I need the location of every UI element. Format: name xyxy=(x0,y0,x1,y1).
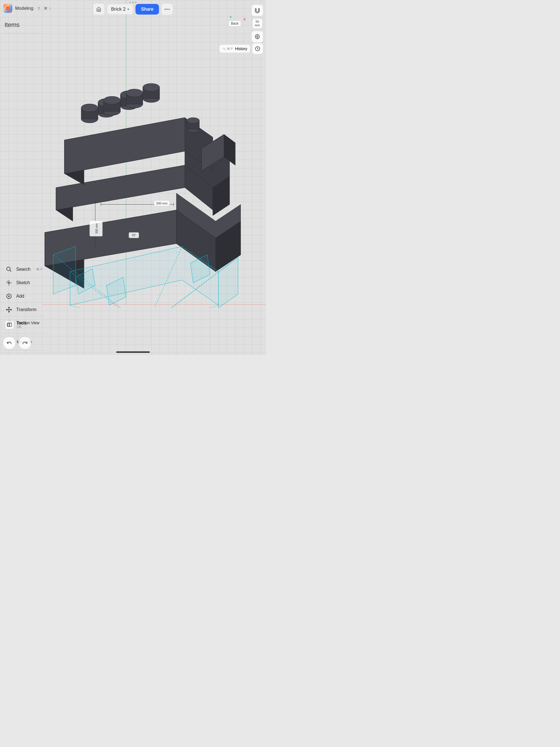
svg-rect-87 xyxy=(7,323,10,327)
redo-button[interactable] xyxy=(19,337,31,350)
project-name-label: Brick 2 xyxy=(111,6,126,12)
history-button[interactable]: ⌥ ⌘ P History xyxy=(219,45,250,53)
search-shortcut: ⌘ F xyxy=(36,267,43,271)
zoom-display: 50 mm xyxy=(252,19,262,29)
sketch-tool[interactable]: Sketch xyxy=(3,276,45,289)
project-name-button[interactable]: Brick 2 ▾ xyxy=(107,4,133,15)
view-cube[interactable]: X Y Back xyxy=(227,16,250,38)
svg-text:70°: 70° xyxy=(132,234,136,237)
section-view-tool[interactable]: Section View Off xyxy=(3,318,45,332)
zoom-value: 50 xyxy=(255,20,260,24)
items-label: Items xyxy=(3,20,42,31)
svg-text:500 mm: 500 mm xyxy=(156,202,168,205)
svg-point-68 xyxy=(257,36,258,37)
svg-point-22 xyxy=(143,83,160,91)
sketch-icon xyxy=(5,279,13,287)
secondary-divider-top xyxy=(3,316,45,316)
svg-line-73 xyxy=(10,270,11,272)
camera-button[interactable] xyxy=(251,31,263,43)
app-icon[interactable] xyxy=(3,4,12,13)
section-view-icon xyxy=(5,320,14,329)
center-nav: Brick 2 ▾ Share xyxy=(93,3,173,15)
home-indicator xyxy=(116,352,150,353)
add-tool[interactable]: Add xyxy=(3,289,45,303)
app-name-label: Modeling xyxy=(15,6,33,11)
history-label: History xyxy=(235,47,247,51)
more-options-button[interactable] xyxy=(161,3,173,15)
section-view-sublabel: Off xyxy=(17,325,40,329)
y-axis-label: Y xyxy=(230,16,232,19)
svg-text:500 mm: 500 mm xyxy=(95,224,98,233)
panel-divider xyxy=(3,33,42,33)
history-bar: ⌥ ⌘ P History xyxy=(219,43,263,54)
svg-line-45 xyxy=(146,305,219,308)
svg-line-79 xyxy=(7,281,8,282)
section-view-info: Section View Off xyxy=(17,320,40,329)
sketch-label: Sketch xyxy=(16,280,30,285)
section-view-label: Section View xyxy=(17,320,40,325)
zoom-unit: mm xyxy=(255,24,260,27)
svg-point-65 xyxy=(167,9,168,10)
shortcut-display: ⇧ ⌘ \ xyxy=(36,6,51,11)
left-controls: Modeling ⇧ ⌘ \ xyxy=(3,4,51,13)
add-label: Add xyxy=(16,294,24,299)
svg-point-28 xyxy=(104,96,120,104)
left-panel: Items xyxy=(0,17,45,38)
svg-point-31 xyxy=(126,89,143,97)
search-label: Search xyxy=(16,267,30,272)
secondary-divider-bot xyxy=(3,350,45,351)
svg-point-72 xyxy=(7,267,10,271)
top-bar: Modeling ⇧ ⌘ \ Brick 2 ▾ Share xyxy=(0,0,266,17)
svg-line-44 xyxy=(70,305,146,308)
x-axis-label: X xyxy=(244,18,246,21)
search-tool[interactable]: Search ⌘ F xyxy=(3,263,45,276)
svg-marker-13 xyxy=(65,118,185,174)
window-dots xyxy=(130,2,137,3)
svg-point-25 xyxy=(81,104,98,112)
search-icon xyxy=(5,265,13,273)
svg-marker-39 xyxy=(53,247,76,294)
magnet-button[interactable] xyxy=(251,4,263,16)
home-button[interactable] xyxy=(93,3,105,15)
svg-point-66 xyxy=(169,9,170,10)
model-3d[interactable]: 500 mm 500 mm 70° xyxy=(28,42,224,294)
svg-point-74 xyxy=(8,282,10,284)
share-button[interactable]: Share xyxy=(135,4,159,15)
view-back-button[interactable]: Back xyxy=(228,21,241,27)
svg-point-63 xyxy=(6,6,10,11)
right-toolbar: 50 mm xyxy=(251,4,263,43)
undo-button[interactable] xyxy=(3,337,16,350)
svg-point-64 xyxy=(164,9,166,10)
chevron-down-icon: ▾ xyxy=(127,7,129,11)
svg-point-34 xyxy=(187,118,199,123)
bottom-action-bar xyxy=(3,337,31,350)
add-icon xyxy=(5,292,13,300)
history-clock-button[interactable] xyxy=(252,43,263,54)
